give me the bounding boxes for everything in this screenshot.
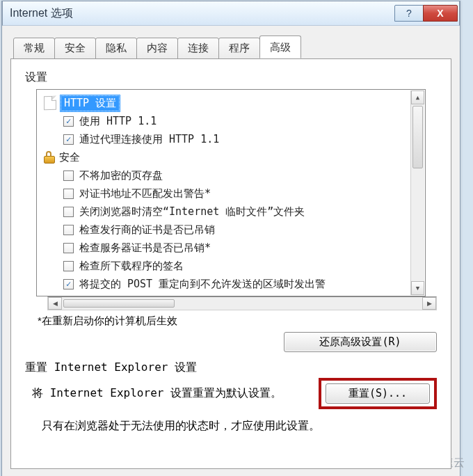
scroll-up-button[interactable]: ▲ xyxy=(411,90,424,104)
titlebar-buttons: ? X xyxy=(395,5,458,22)
reset-heading: 重置 Internet Explorer 设置 xyxy=(25,360,437,375)
restore-row: 还原高级设置(R) xyxy=(25,332,437,352)
checkbox[interactable] xyxy=(63,189,74,199)
tree-item[interactable]: 对证书地址不匹配发出警告* xyxy=(37,184,425,203)
tree-item-label: 不将加密的页存盘 xyxy=(79,169,163,182)
checkbox[interactable] xyxy=(63,261,74,271)
tree-item[interactable]: ✓将提交的 POST 重定向到不允许发送的区域时发出警 xyxy=(37,275,425,293)
tree-item-label: 通过代理连接使用 HTTP 1.1 xyxy=(79,133,219,146)
settings-section-label: 设置 xyxy=(25,70,437,85)
tree-item[interactable]: 关闭浏览器时清空“Internet 临时文件”文件夹 xyxy=(37,203,425,221)
checkbox[interactable] xyxy=(63,207,74,217)
tab-4[interactable]: 连接 xyxy=(177,38,219,59)
titlebar: Internet 选项 ? X xyxy=(2,1,460,26)
checkbox[interactable]: ✓ xyxy=(63,116,74,127)
tree-item-label: 使用 HTTP 1.1 xyxy=(79,115,157,128)
tree-item[interactable]: 不将加密的页存盘 xyxy=(37,166,425,184)
reset-description: 将 Internet Explorer 设置重置为默认设置。 xyxy=(32,386,282,401)
tree-item[interactable]: HTTP 设置 xyxy=(37,94,425,112)
restart-note: *在重新启动你的计算机后生效 xyxy=(38,315,437,328)
settings-tree[interactable]: HTTP 设置✓使用 HTTP 1.1✓通过代理连接使用 HTTP 1.1安全不… xyxy=(36,89,426,296)
tree-item[interactable]: 检查服务器证书是否已吊销* xyxy=(37,239,425,257)
tree-item[interactable]: 安全 xyxy=(37,148,425,166)
tab-2[interactable]: 隐私 xyxy=(95,38,137,59)
tree-item[interactable]: 检查发行商的证书是否已吊销 xyxy=(37,221,425,239)
scroll-thumb-h[interactable] xyxy=(63,299,175,308)
tree-item-label: 检查所下载程序的签名 xyxy=(79,260,184,273)
dialog-window: Internet 选项 ? X 常规安全隐私内容连接程序高级 设置 HTTP 设… xyxy=(1,1,460,476)
tab-page-advanced: 设置 HTTP 设置✓使用 HTTP 1.1✓通过代理连接使用 HTTP 1.1… xyxy=(10,58,451,469)
tree-item-label: 检查服务器证书是否已吊销* xyxy=(79,241,211,255)
close-button[interactable]: X xyxy=(423,5,458,22)
window-title: Internet 选项 xyxy=(10,6,73,21)
tree-category-label: 安全 xyxy=(59,151,80,164)
scroll-right-button[interactable]: ▶ xyxy=(422,297,436,310)
checkbox[interactable]: ✓ xyxy=(63,134,74,145)
checkbox[interactable] xyxy=(63,243,74,253)
tab-strip: 常规安全隐私内容连接程序高级 xyxy=(10,35,451,58)
tab-5[interactable]: 程序 xyxy=(218,38,260,59)
scroll-track-h[interactable] xyxy=(62,297,422,310)
scroll-thumb-v[interactable] xyxy=(412,106,423,168)
tree-item[interactable]: ✓使用 HTTP 1.1 xyxy=(37,112,425,130)
tab-0[interactable]: 常规 xyxy=(13,38,55,59)
tab-3[interactable]: 内容 xyxy=(136,38,178,59)
tree-item[interactable]: 检查所下载程序的签名 xyxy=(37,257,425,275)
vertical-scrollbar[interactable]: ▲ ▼ xyxy=(410,90,424,295)
file-icon xyxy=(44,96,56,111)
settings-tree-container: HTTP 设置✓使用 HTTP 1.1✓通过代理连接使用 HTTP 1.1安全不… xyxy=(36,89,437,310)
tab-6[interactable]: 高级 xyxy=(259,35,301,58)
reset-hint: 只有在浏览器处于无法使用的状态时，才应使用此设置。 xyxy=(42,419,437,434)
checkbox[interactable]: ✓ xyxy=(63,279,74,289)
tree-category-label: HTTP 设置 xyxy=(61,95,120,111)
reset-row: 将 Internet Explorer 设置重置为默认设置。 重置(S)... xyxy=(25,378,437,409)
scroll-track-v[interactable] xyxy=(411,170,424,281)
scroll-left-button[interactable]: ◀ xyxy=(48,297,62,310)
tree-item[interactable]: ✓通过代理连接使用 HTTP 1.1 xyxy=(37,130,425,148)
tab-1[interactable]: 安全 xyxy=(54,38,96,59)
horizontal-scrollbar[interactable]: ◀ ▶ xyxy=(47,296,437,310)
reset-highlight-box: 重置(S)... xyxy=(319,378,437,409)
scroll-down-button[interactable]: ▼ xyxy=(411,281,424,295)
reset-group: 重置 Internet Explorer 设置 将 Internet Explo… xyxy=(25,360,437,409)
tree-item-label: 将提交的 POST 重定向到不允许发送的区域时发出警 xyxy=(79,278,326,291)
tree-item-label: 关闭浏览器时清空“Internet 临时文件”文件夹 xyxy=(79,205,305,219)
tree-item-label: 检查发行商的证书是否已吊销 xyxy=(79,223,215,237)
help-button[interactable]: ? xyxy=(394,5,424,22)
reset-button[interactable]: 重置(S)... xyxy=(326,383,430,404)
checkbox[interactable] xyxy=(63,170,74,181)
restore-defaults-button[interactable]: 还原高级设置(R) xyxy=(284,332,437,352)
dialog-body: 常规安全隐私内容连接程序高级 设置 HTTP 设置✓使用 HTTP 1.1✓通过… xyxy=(2,26,460,476)
tree-item-label: 对证书地址不匹配发出警告* xyxy=(79,187,211,200)
checkbox[interactable] xyxy=(63,225,74,235)
lock-icon xyxy=(44,151,55,164)
